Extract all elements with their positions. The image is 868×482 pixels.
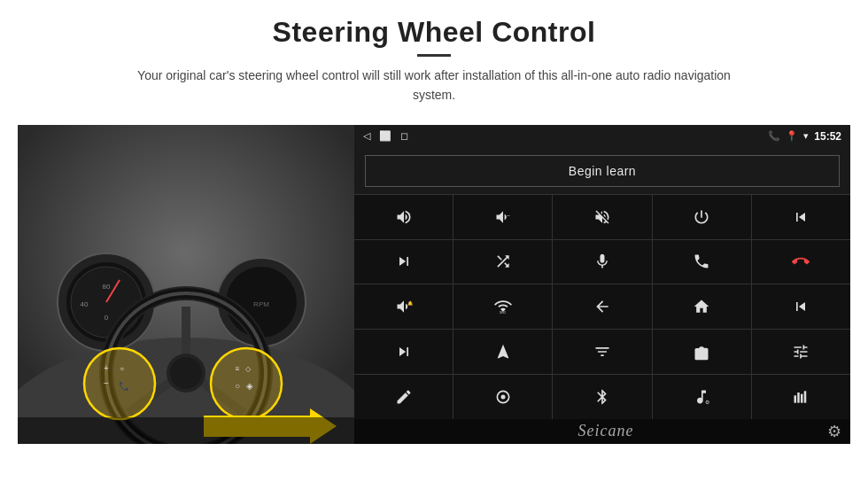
svg-text:◇: ◇ — [245, 365, 252, 373]
brand-text: Seicane — [578, 422, 634, 440]
radio-button[interactable] — [453, 375, 552, 419]
spectrum-button[interactable] — [752, 375, 850, 419]
horn-button[interactable]: 🔔 — [354, 284, 453, 329]
svg-text:−: − — [507, 213, 510, 219]
svg-text:○: ○ — [235, 381, 240, 391]
music-settings-button[interactable]: ⚙ — [653, 375, 751, 419]
nav-recents-icon[interactable]: ◻ — [400, 130, 408, 142]
fast-forward-button[interactable] — [354, 330, 453, 374]
svg-text:360: 360 — [500, 311, 507, 315]
time-display: 15:52 — [814, 130, 841, 143]
settings-gear-icon[interactable]: ⚙ — [827, 422, 841, 441]
svg-rect-42 — [804, 391, 807, 402]
page-title: Steering Wheel Control — [124, 16, 744, 49]
status-right: 📞 📍 ▾ 15:52 — [768, 130, 841, 143]
svg-text:RPM: RPM — [253, 300, 269, 308]
wifi-icon: ▾ — [803, 130, 809, 142]
subtitle-text: Your original car's steering wheel contr… — [124, 66, 744, 105]
status-bar: ◁ ⬜ ◻ 📞 📍 ▾ 15:52 — [354, 125, 850, 148]
bluetooth-button[interactable] — [553, 375, 651, 419]
power-button[interactable] — [653, 195, 751, 239]
svg-point-18 — [170, 357, 202, 389]
nav-back-icon[interactable]: ◁ — [363, 130, 370, 142]
back-button[interactable] — [553, 284, 651, 329]
svg-text:40: 40 — [81, 300, 89, 308]
svg-text:+: + — [407, 211, 411, 216]
next-track-button[interactable] — [354, 240, 453, 284]
svg-text:⚙: ⚙ — [705, 400, 709, 405]
svg-text:0: 0 — [105, 314, 109, 322]
eq-button[interactable] — [553, 330, 651, 374]
mic-button[interactable] — [553, 240, 651, 284]
vol-mute-button[interactable] — [553, 195, 651, 239]
content-area: 80 0 40 RPM — [18, 125, 850, 444]
svg-rect-31 — [18, 417, 354, 444]
hang-up-button[interactable] — [752, 240, 850, 284]
svg-point-37 — [500, 394, 505, 399]
svg-text:◈: ◈ — [246, 381, 253, 391]
home-nav-button[interactable] — [653, 284, 751, 329]
pen-button[interactable] — [354, 375, 453, 419]
nav-controls: ◁ ⬜ ◻ — [363, 130, 408, 142]
controls-grid: + − — [354, 194, 850, 419]
car-image: 80 0 40 RPM — [18, 125, 354, 444]
svg-rect-41 — [801, 394, 803, 403]
phone-icon: 📞 — [768, 130, 780, 142]
settings-eq-button[interactable] — [752, 330, 850, 374]
camera-button[interactable] — [653, 330, 751, 374]
phone-button[interactable] — [653, 240, 751, 284]
navigation-button[interactable] — [453, 330, 552, 374]
svg-text:−: − — [104, 378, 109, 388]
vol-up-button[interactable]: + — [354, 195, 453, 239]
svg-text:≡: ≡ — [236, 365, 240, 373]
title-divider — [417, 54, 451, 57]
begin-learn-button[interactable]: Begin learn — [365, 155, 840, 187]
svg-rect-40 — [798, 393, 801, 403]
view-360-button[interactable]: 360 — [453, 284, 552, 329]
shuffle-button[interactable] — [453, 240, 552, 284]
prev-track-button[interactable] — [752, 195, 850, 239]
svg-text:+: + — [104, 363, 109, 373]
skip-back-button[interactable] — [752, 284, 850, 329]
vol-down-button[interactable]: − — [453, 195, 552, 239]
svg-text:🔔: 🔔 — [407, 300, 413, 307]
gps-icon: 📍 — [786, 130, 798, 142]
android-panel: ◁ ⬜ ◻ 📞 📍 ▾ 15:52 Begin learn — [354, 125, 850, 444]
svg-text:80: 80 — [103, 283, 111, 291]
svg-text:📞: 📞 — [119, 380, 130, 392]
svg-text:≈: ≈ — [120, 365, 125, 373]
svg-rect-39 — [794, 395, 797, 402]
nav-home-icon[interactable]: ⬜ — [379, 130, 391, 142]
bottom-bar: Seicane ⚙ — [354, 419, 850, 444]
begin-learn-row: Begin learn — [354, 148, 850, 194]
